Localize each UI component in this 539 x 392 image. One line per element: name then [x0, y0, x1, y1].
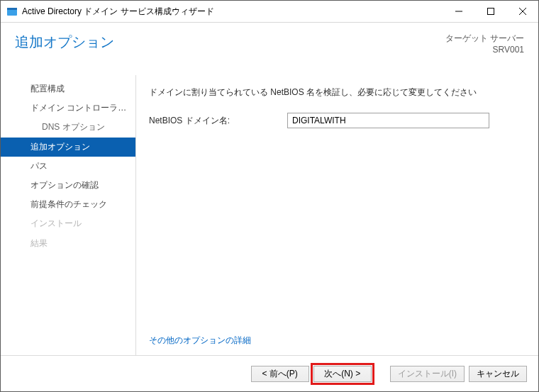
wizard-window: Active Directory ドメイン サービス構成ウィザード 追加オプショ… — [0, 0, 539, 392]
footer: < 前へ(P) 次へ(N) > インストール(I) キャンセル — [1, 355, 538, 391]
svg-rect-1 — [7, 8, 17, 10]
target-server-box: ターゲット サーバー SRV001 — [445, 33, 524, 55]
step-install: インストール — [1, 214, 135, 233]
page-title: 追加オプション — [15, 33, 445, 52]
minimize-button[interactable] — [443, 1, 474, 22]
step-prereq[interactable]: 前提条件のチェック — [1, 195, 135, 214]
cancel-button[interactable]: キャンセル — [469, 366, 527, 382]
next-button[interactable]: 次へ(N) > — [313, 366, 372, 382]
header: 追加オプション ターゲット サーバー SRV001 — [1, 23, 538, 75]
svg-rect-3 — [487, 9, 494, 15]
step-dns-options[interactable]: DNS オプション — [1, 118, 135, 137]
step-results: 結果 — [1, 234, 135, 253]
app-icon — [6, 6, 18, 17]
close-button[interactable] — [506, 1, 538, 22]
wizard-body: 配置構成 ドメイン コントローラー オプション DNS オプション 追加オプショ… — [1, 75, 538, 355]
step-paths[interactable]: パス — [1, 157, 135, 176]
window-title: Active Directory ドメイン サービス構成ウィザード — [22, 6, 443, 18]
previous-button[interactable]: < 前へ(P) — [251, 366, 309, 382]
maximize-button[interactable] — [474, 1, 506, 22]
netbios-label: NetBIOS ドメイン名: — [149, 115, 287, 127]
step-deployment[interactable]: 配置構成 — [1, 79, 135, 99]
content-pane: ドメインに割り当てられている NetBIOS 名を検証し、必要に応じて変更してく… — [135, 75, 538, 355]
instruction-text: ドメインに割り当てられている NetBIOS 名を検証し、必要に応じて変更してく… — [149, 86, 521, 99]
step-review[interactable]: オプションの確認 — [1, 176, 135, 195]
step-dc-options[interactable]: ドメイン コントローラー オプション — [1, 99, 135, 118]
netbios-row: NetBIOS ドメイン名: — [149, 113, 521, 128]
window-controls — [443, 1, 538, 22]
step-sidebar: 配置構成 ドメイン コントローラー オプション DNS オプション 追加オプショ… — [1, 75, 135, 355]
more-options-link[interactable]: その他のオプションの詳細 — [149, 335, 521, 347]
step-additional[interactable]: 追加オプション — [1, 138, 135, 157]
titlebar: Active Directory ドメイン サービス構成ウィザード — [1, 1, 538, 23]
install-button: インストール(I) — [390, 366, 465, 382]
target-server-name: SRV001 — [445, 44, 524, 55]
netbios-input[interactable] — [287, 113, 489, 128]
target-server-label: ターゲット サーバー — [445, 33, 524, 44]
